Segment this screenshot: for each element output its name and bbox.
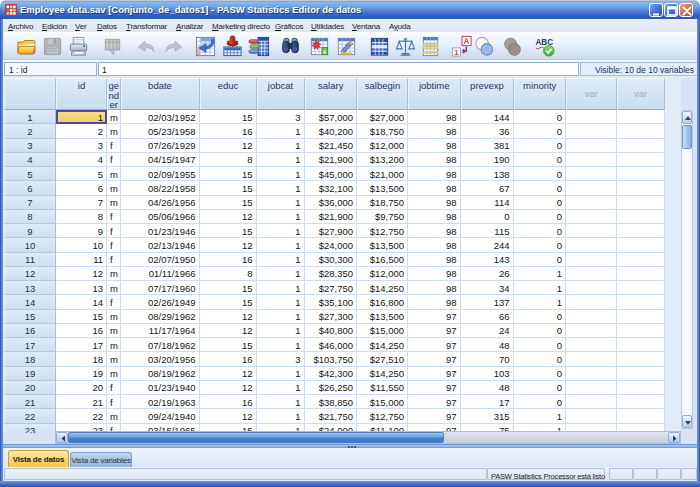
- cell-4-id[interactable]: 4: [56, 153, 107, 167]
- cell-9-educ[interactable]: 15: [200, 224, 257, 238]
- cell-4-salary[interactable]: $21,900: [305, 153, 358, 167]
- cell-12-minority[interactable]: 1: [514, 267, 567, 281]
- selected-cell[interactable]: 1: [56, 110, 107, 124]
- cell-6-minority[interactable]: 0: [514, 181, 567, 195]
- cell-22-educ[interactable]: 12: [200, 409, 257, 423]
- cell-2-var2[interactable]: [617, 124, 665, 138]
- cell-8-salbegin[interactable]: $9,750: [357, 210, 408, 224]
- cell-11-var2[interactable]: [617, 253, 665, 267]
- cell-20-id[interactable]: 20: [56, 381, 107, 395]
- tab-vista-de-datos[interactable]: Vista de datos: [8, 450, 69, 467]
- cell-9-minority[interactable]: 0: [514, 224, 567, 238]
- column-header-salbegin[interactable]: salbegin: [357, 78, 408, 110]
- cell-19-bdate[interactable]: 08/19/1962: [121, 367, 200, 381]
- row-header-8[interactable]: 8: [4, 210, 56, 224]
- cell-11-jobtime[interactable]: 98: [408, 253, 461, 267]
- cell-10-jobcat[interactable]: 1: [257, 238, 305, 252]
- tab-vista-de-variables[interactable]: Vista de variables: [70, 452, 132, 468]
- cell-17-salary[interactable]: $46,000: [305, 338, 358, 352]
- horizontal-scroll-thumb[interactable]: [68, 432, 444, 443]
- cell-17-educ[interactable]: 15: [200, 338, 257, 352]
- cell-8-id[interactable]: 8: [56, 210, 107, 224]
- minimize-button[interactable]: [649, 3, 663, 17]
- cell-3-salbegin[interactable]: $12,000: [357, 139, 408, 153]
- menu-marketing-directo[interactable]: Marketing directo: [212, 22, 270, 31]
- cell-8-var2[interactable]: [617, 210, 665, 224]
- cell-14-var1[interactable]: [566, 295, 617, 309]
- cell-5-jobtime[interactable]: 98: [408, 167, 461, 181]
- cell-20-minority[interactable]: 0: [514, 381, 567, 395]
- cell-16-gender[interactable]: m: [107, 324, 121, 338]
- cell-20-gender[interactable]: f: [107, 381, 121, 395]
- cell-20-salbegin[interactable]: $11,550: [357, 381, 408, 395]
- cell-8-educ[interactable]: 12: [200, 210, 257, 224]
- cell-12-jobtime[interactable]: 98: [408, 267, 461, 281]
- row-header-15[interactable]: 15: [4, 310, 56, 324]
- cell-11-educ[interactable]: 16: [200, 253, 257, 267]
- cell-11-salbegin[interactable]: $16,500: [357, 253, 408, 267]
- cell-13-id[interactable]: 13: [56, 281, 107, 295]
- cell-2-jobcat[interactable]: 1: [257, 124, 305, 138]
- column-header-prevexp[interactable]: prevexp: [461, 78, 514, 110]
- cell-12-salbegin[interactable]: $12,000: [357, 267, 408, 281]
- insert-variable-button[interactable]: [335, 35, 358, 58]
- cell-15-bdate[interactable]: 08/29/1962: [121, 310, 200, 324]
- cell-5-prevexp[interactable]: 138: [461, 167, 514, 181]
- cell-16-salbegin[interactable]: $15,000: [357, 324, 408, 338]
- cell-6-id[interactable]: 6: [56, 181, 107, 195]
- cell-18-var1[interactable]: [566, 352, 617, 366]
- cell-21-var1[interactable]: [566, 395, 617, 409]
- cell-15-id[interactable]: 15: [56, 310, 107, 324]
- cell-5-var2[interactable]: [617, 167, 665, 181]
- cell-4-educ[interactable]: 8: [200, 153, 257, 167]
- column-header-var2[interactable]: var: [617, 78, 665, 110]
- cell-22-var2[interactable]: [617, 409, 665, 423]
- cell-6-educ[interactable]: 15: [200, 181, 257, 195]
- row-header-12[interactable]: 12: [4, 267, 56, 281]
- cell-17-id[interactable]: 17: [56, 338, 107, 352]
- cell-2-gender[interactable]: m: [107, 124, 121, 138]
- cell-10-bdate[interactable]: 02/13/1946: [121, 238, 200, 252]
- cell-3-educ[interactable]: 12: [200, 139, 257, 153]
- cell-21-bdate[interactable]: 02/19/1963: [121, 395, 200, 409]
- cell-20-jobtime[interactable]: 97: [408, 381, 461, 395]
- cell-17-prevexp[interactable]: 48: [461, 338, 514, 352]
- column-header-gender[interactable]: ge nd er: [107, 78, 121, 110]
- cell-3-prevexp[interactable]: 381: [461, 139, 514, 153]
- menu-ventana[interactable]: Ventana: [352, 22, 380, 31]
- cell-17-bdate[interactable]: 07/18/1962: [121, 338, 200, 352]
- scroll-right-button[interactable]: [668, 432, 680, 443]
- cell-7-prevexp[interactable]: 114: [461, 196, 514, 210]
- cell-editor-input[interactable]: 1: [98, 62, 579, 76]
- cell-9-bdate[interactable]: 01/23/1946: [121, 224, 200, 238]
- cell-10-var2[interactable]: [617, 238, 665, 252]
- cell-8-salary[interactable]: $21,900: [305, 210, 358, 224]
- row-header-17[interactable]: 17: [4, 338, 56, 352]
- cell-20-bdate[interactable]: 01/23/1940: [121, 381, 200, 395]
- row-header-3[interactable]: 3: [4, 139, 56, 153]
- cell-14-minority[interactable]: 1: [514, 295, 567, 309]
- row-header-19[interactable]: 19: [4, 367, 56, 381]
- cell-11-gender[interactable]: f: [107, 253, 121, 267]
- cell-6-var2[interactable]: [617, 181, 665, 195]
- cell-1-gender[interactable]: m: [107, 110, 121, 124]
- cell-13-jobtime[interactable]: 98: [408, 281, 461, 295]
- cell-1-minority[interactable]: 0: [514, 110, 567, 124]
- cell-5-jobcat[interactable]: 1: [257, 167, 305, 181]
- weight-cases-button[interactable]: [394, 35, 417, 58]
- cell-17-jobtime[interactable]: 97: [408, 338, 461, 352]
- cell-15-jobcat[interactable]: 1: [257, 310, 305, 324]
- split-file-button[interactable]: [368, 35, 391, 58]
- cell-3-minority[interactable]: 0: [514, 139, 567, 153]
- cell-10-minority[interactable]: 0: [514, 238, 567, 252]
- cell-8-var1[interactable]: [566, 210, 617, 224]
- cell-15-minority[interactable]: 0: [514, 310, 567, 324]
- cell-13-var2[interactable]: [617, 281, 665, 295]
- cell-16-minority[interactable]: 0: [514, 324, 567, 338]
- row-header-6[interactable]: 6: [4, 181, 56, 195]
- cell-12-gender[interactable]: m: [107, 267, 121, 281]
- cell-4-jobcat[interactable]: 1: [257, 153, 305, 167]
- column-header-salary[interactable]: salary: [305, 78, 358, 110]
- cell-16-var1[interactable]: [566, 324, 617, 338]
- cell-13-bdate[interactable]: 07/17/1960: [121, 281, 200, 295]
